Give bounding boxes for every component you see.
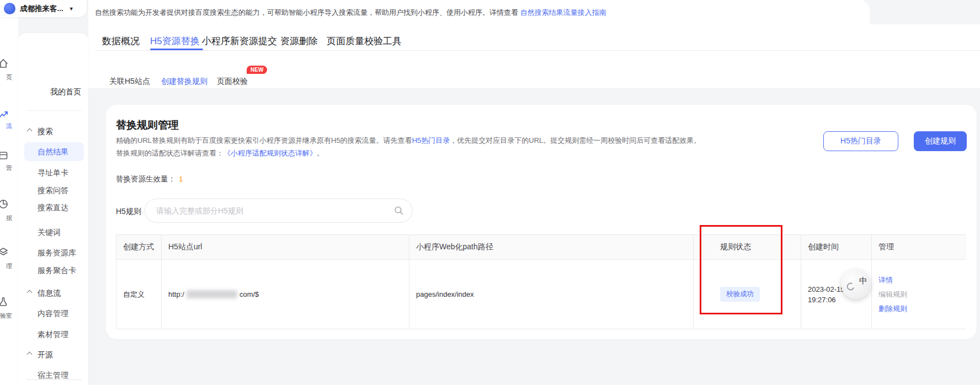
sidebar-item-natural-results[interactable]: 自然结果 — [38, 148, 68, 156]
sidebar-group-search[interactable]: 搜索 — [38, 127, 53, 135]
avatar — [4, 3, 15, 14]
tab-page-quality-check[interactable]: 页面质量校验工具 — [327, 35, 402, 47]
sidebar-item-keywords[interactable]: 关键词 — [38, 228, 61, 236]
detail-link[interactable]: 详情 — [878, 275, 893, 285]
cell-manage: 详情 编辑规则 删除规则 — [871, 260, 966, 329]
rail-item-management[interactable] — [0, 247, 12, 260]
rail-label-operations[interactable]: 营 — [0, 164, 12, 172]
home-icon — [0, 61, 9, 71]
tab-resource-delete[interactable]: 资源删除 — [280, 35, 318, 47]
rail-item-lab[interactable] — [0, 296, 12, 309]
effective-count-row: 替换资源生效量：1 — [116, 174, 183, 184]
floating-language-widget[interactable]: 中 — [841, 269, 871, 299]
page-description-text: 自然搜索功能为开发者提供对接百度搜索生态的能力，可帮助智能小程序导入搜索流量，帮… — [95, 8, 520, 17]
data-icon — [0, 202, 9, 211]
active-tab-underline — [150, 49, 203, 50]
management-icon — [0, 250, 9, 259]
icon-rail: 页 流 营 据 理 — [0, 17, 18, 385]
desc2-text-after: 。 — [317, 149, 324, 157]
sidebar: 我的首页 搜索 自然结果 寻址单卡 搜索问答 搜索直达 关键词 服务资源库 服务… — [18, 33, 88, 385]
h5-rule-label: H5规则 — [116, 207, 141, 217]
rail-label-management[interactable]: 理 — [0, 262, 12, 270]
rules-table: 创建方式 H5站点url 小程序Web化path路径 规则状态 创建时间 管理 … — [116, 234, 966, 329]
rail-item-data[interactable] — [0, 199, 12, 212]
cell-h5-site-url: http:/ com/$ — [161, 260, 409, 329]
account-switcher[interactable]: 成都推来客... ▼ — [0, 0, 87, 17]
create-rule-button[interactable]: 创建规则 — [914, 131, 967, 151]
effective-count-value: 1 — [179, 175, 183, 183]
sidebar-group-opensource[interactable]: 开源 — [38, 351, 53, 359]
sidebar-item-search-direct[interactable]: 搜索直达 — [38, 204, 68, 211]
tab-data-overview[interactable]: 数据概况 — [102, 35, 140, 47]
h5-rule-search — [145, 199, 413, 223]
sidebar-item-material-mgmt[interactable]: 素材管理 — [38, 330, 68, 338]
effective-count-label: 替换资源生效量： — [116, 175, 175, 183]
search-icon[interactable] — [394, 206, 404, 218]
desc1-text-after: ，优先提交对应目录下的URL。提交规则需经一周校验时间后可查看适配效果。 — [450, 136, 701, 145]
col-header-create-mode: 创建方式 — [116, 235, 161, 260]
delete-rule-link[interactable]: 删除规则 — [878, 304, 907, 314]
subtab-page-check[interactable]: 页面校验 — [217, 77, 248, 87]
rail-label-data[interactable]: 据 — [0, 214, 12, 222]
rail-label-lab[interactable]: 验室 — [0, 312, 12, 320]
cell-create-mode: 自定义 — [116, 260, 161, 329]
col-header-created-time: 创建时间 — [801, 235, 871, 260]
cell-path: pages/index/index — [409, 260, 693, 329]
chevron-up-icon[interactable] — [27, 129, 33, 134]
subtab-create-replace-rule[interactable]: 创建替换规则 — [161, 77, 207, 87]
card-description-line1: 精确的URL替换规则有助于百度搜索更快索引小程序资源并继承原有H5的搜索流量。请… — [116, 136, 701, 146]
sidebar-group-feed[interactable]: 信息流 — [38, 289, 61, 297]
sidebar-divider — [26, 110, 82, 111]
sidebar-item-service-agg-card[interactable]: 服务聚合卡 — [38, 266, 76, 274]
h5-rule-search-input[interactable] — [145, 199, 413, 223]
url-redacted-blur — [187, 290, 237, 298]
chinese-label: 中 — [859, 276, 867, 286]
sidebar-item-address-card[interactable]: 寻址单卡 — [38, 169, 68, 177]
edit-rule-link: 编辑规则 — [878, 290, 907, 300]
app-root: 成都推来客... ▼ 页 流 营 据 — [0, 0, 980, 385]
traffic-guide-link[interactable]: 自然搜索结果流量接入指南 — [520, 8, 606, 17]
col-header-path: 小程序Web化path路径 — [409, 235, 693, 260]
card-description-line2: 替换规则的适配状态详解请查看：《小程序适配规则状态详解》。 — [116, 148, 324, 158]
col-header-manage: 管理 — [871, 235, 966, 260]
h5-hot-directory-link[interactable]: H5热门目录 — [412, 136, 450, 145]
sidebar-item-my-home[interactable]: 我的首页 — [50, 88, 81, 95]
annotation-red-box — [700, 225, 782, 314]
page-description: 自然搜索功能为开发者提供对接百度搜索生态的能力，可帮助智能小程序导入搜索流量，帮… — [95, 8, 606, 18]
operations-icon — [0, 153, 9, 163]
rail-label-home[interactable]: 页 — [0, 73, 12, 82]
account-name: 成都推来客... — [20, 4, 63, 14]
sidebar-item-search-qa[interactable]: 搜索问答 — [38, 186, 68, 194]
chevron-up-icon[interactable] — [27, 352, 33, 357]
rule-status-doc-link[interactable]: 《小程序适配规则状态详解》 — [223, 149, 317, 157]
sidebar-item-host-mgmt[interactable]: 宿主管理 — [38, 371, 68, 379]
subtab-linked-h5-sites[interactable]: 关联H5站点 — [109, 77, 150, 87]
card-title: 替换规则管理 — [116, 118, 179, 132]
swirl-icon — [845, 281, 856, 295]
new-badge: NEW — [247, 66, 267, 74]
h5-hot-directory-button[interactable]: H5热门目录 — [823, 131, 898, 151]
tabs-divider-line — [95, 50, 980, 51]
created-date: 2023-02-15 — [808, 284, 845, 295]
rail-item-traffic[interactable] — [0, 110, 12, 123]
rail-label-traffic[interactable]: 流 — [0, 122, 12, 130]
lab-icon — [0, 300, 9, 309]
rail-item-home[interactable] — [0, 58, 12, 71]
col-header-h5-site-url: H5站点url — [161, 235, 409, 260]
url-prefix: http:/ — [168, 290, 184, 298]
sidebar-bottom-divider — [26, 379, 82, 380]
rail-item-operations[interactable] — [0, 150, 12, 163]
sidebar-item-content-mgmt[interactable]: 内容管理 — [38, 309, 68, 317]
tab-h5-resource-replace[interactable]: H5资源替换 — [150, 35, 200, 47]
tab-new-resource-submit[interactable]: 小程序新资源提交 — [202, 35, 277, 47]
desc2-text: 替换规则的适配状态详解请查看： — [116, 149, 223, 157]
desc1-text: 精确的URL替换规则有助于百度搜索更快索引小程序资源并继承原有H5的搜索流量。请… — [116, 136, 412, 145]
sidebar-item-service-repo[interactable]: 服务资源库 — [38, 249, 76, 256]
dropdown-caret-icon[interactable]: ▼ — [69, 6, 74, 12]
url-suffix: com/$ — [239, 290, 259, 298]
traffic-icon — [0, 113, 9, 122]
chevron-up-icon[interactable] — [27, 290, 33, 296]
created-time: 19:27:06 — [808, 295, 845, 305]
